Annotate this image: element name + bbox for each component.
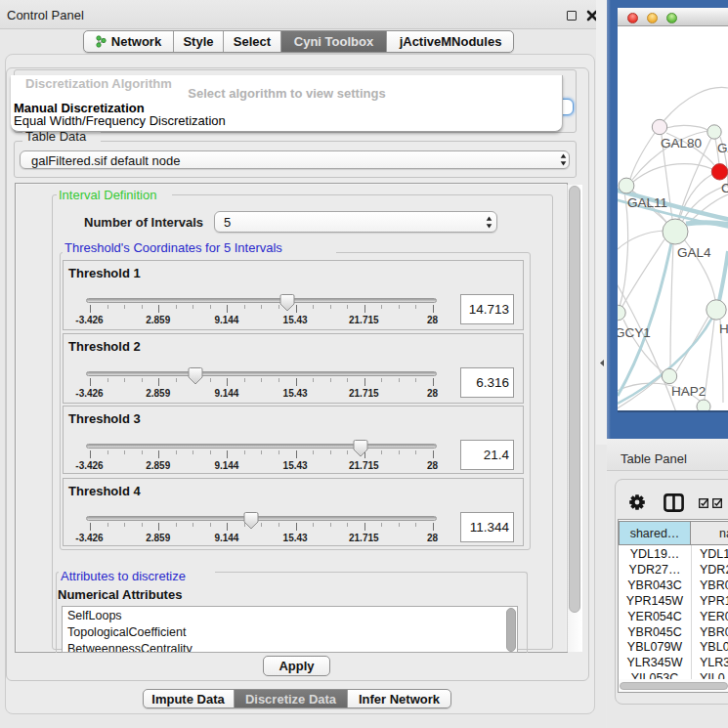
svg-text:GAL80: GAL80 [661, 136, 702, 150]
svg-text:HAP2: HAP2 [671, 384, 706, 399]
svg-text:GCY1: GCY1 [618, 325, 651, 340]
svg-text:GA: GA [717, 141, 728, 155]
svg-text:H: H [719, 321, 728, 336]
svg-text:GAL4: GAL4 [677, 245, 711, 260]
svg-text:GAL11: GAL11 [627, 195, 667, 210]
svg-text:C: C [721, 181, 728, 195]
